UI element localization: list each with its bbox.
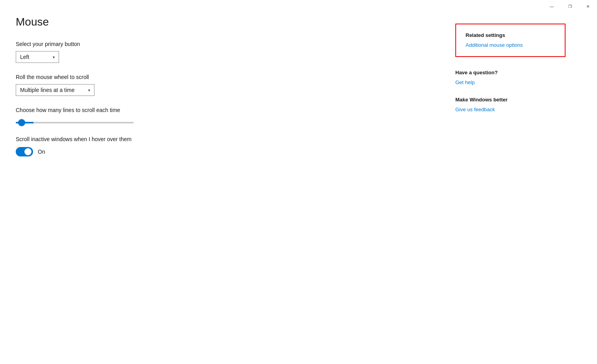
right-panel: Related settings Additional mouse option… [455,24,566,124]
scroll-lines-slider[interactable] [16,122,134,123]
additional-mouse-options-link[interactable]: Additional mouse options [466,42,523,48]
give-feedback-link[interactable]: Give us feedback [455,107,495,112]
help-section: Have a question? Get help [455,70,566,86]
scroll-inactive-label: Scroll inactive windows when I hover ove… [16,136,573,142]
scroll-setting-arrow: ▾ [88,88,90,92]
toggle-container: On [16,147,573,156]
scroll-setting-dropdown[interactable]: Multiple lines at a time ▾ [16,84,94,96]
scroll-setting-value: Multiple lines at a time [20,87,75,93]
scroll-inactive-section: Scroll inactive windows when I hover ove… [16,136,573,156]
related-settings-box: Related settings Additional mouse option… [455,24,566,57]
scroll-inactive-toggle[interactable] [16,147,33,156]
primary-button-value: Left [20,54,29,60]
get-help-link[interactable]: Get help [455,79,475,85]
toggle-thumb [24,148,31,155]
feedback-title: Make Windows better [455,97,566,103]
toggle-label: On [38,149,45,155]
primary-button-arrow: ▾ [53,55,55,59]
primary-button-dropdown[interactable]: Left ▾ [16,51,59,63]
help-title: Have a question? [455,70,566,75]
toggle-track [16,147,33,156]
related-settings-title: Related settings [466,32,555,38]
feedback-section: Make Windows better Give us feedback [455,97,566,113]
